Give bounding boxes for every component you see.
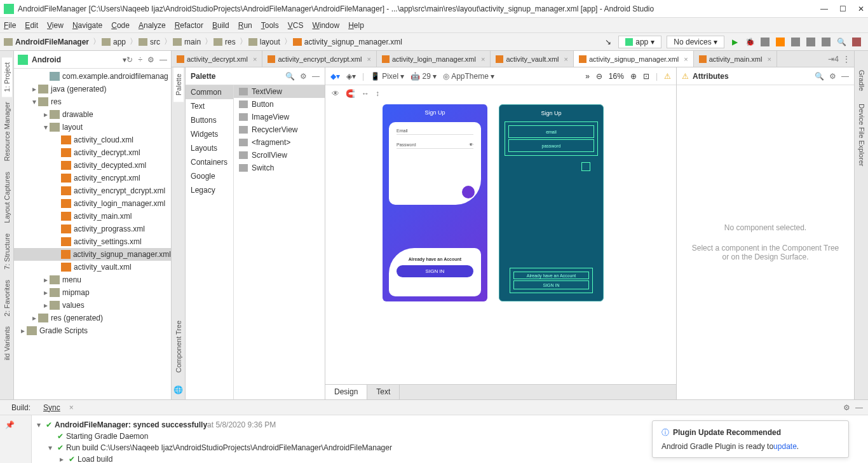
close-icon[interactable]: ×	[684, 55, 688, 63]
more-tabs-icon[interactable]: ⇥4	[828, 55, 839, 64]
hide-icon[interactable]: —	[159, 55, 167, 64]
tab-design[interactable]: Design	[325, 385, 367, 399]
zoom-in-button[interactable]: ⊕	[630, 72, 637, 81]
palette-cat-common[interactable]: Common	[186, 85, 233, 99]
magnet-icon[interactable]: 🧲	[346, 89, 355, 98]
sdk-manager-icon[interactable]	[820, 36, 832, 48]
breadcrumb-item[interactable]: app	[102, 38, 126, 46]
more-icon[interactable]: »	[585, 72, 590, 81]
palette-cat-google[interactable]: Google	[186, 169, 233, 183]
device-selector[interactable]: 📱 Pixel ▾	[370, 72, 404, 81]
search-icon[interactable]: 🔍	[285, 72, 295, 81]
globe-icon[interactable]: 🌐	[173, 385, 183, 394]
avd-manager-icon[interactable]	[804, 36, 817, 48]
tree-item[interactable]: activity_encrypt.xml	[14, 172, 171, 184]
hide-icon[interactable]: —	[312, 72, 320, 81]
sync-icon[interactable]: ↻	[126, 55, 133, 64]
eye-icon[interactable]: 👁	[332, 89, 339, 98]
file-tab[interactable]: activity_signup_manager.xml×	[574, 51, 694, 67]
palette-item[interactable]: TextView	[234, 85, 325, 98]
left-tab-1-project[interactable]: 1: Project	[2, 57, 12, 97]
tree-item[interactable]: ▸java (generated)	[14, 83, 171, 95]
minimize-button[interactable]: —	[820, 4, 828, 13]
left-tab-ild-variants[interactable]: ild Variants	[2, 321, 12, 366]
zoom-out-button[interactable]: ⊖	[596, 72, 602, 81]
palette-tab[interactable]: Palette	[173, 67, 184, 102]
tree-item[interactable]: ▸menu	[14, 273, 171, 286]
menu-navigate[interactable]: Navigate	[72, 21, 102, 30]
design-preview[interactable]: Sign Up Email Password👁 Already have an …	[383, 104, 487, 301]
menu-view[interactable]: View	[47, 21, 64, 30]
component-tree-tab[interactable]: Component Tree	[173, 314, 184, 379]
tree-item[interactable]: activity_encrypt_dcrypt.xml	[14, 184, 171, 197]
tree-caret-icon[interactable]: ▾	[31, 97, 38, 106]
file-tab[interactable]: activity_vault.xml×	[491, 51, 574, 67]
close-icon[interactable]: ×	[564, 55, 568, 63]
run-button[interactable]: ▶	[728, 36, 741, 48]
warning-icon[interactable]: ⚠	[664, 72, 671, 81]
update-link[interactable]: update	[773, 442, 797, 451]
tree-caret-icon[interactable]: ▾	[48, 443, 57, 452]
tree-item[interactable]: ▸Gradle Scripts	[14, 324, 171, 337]
menu-code[interactable]: Code	[111, 21, 130, 30]
breadcrumb-item[interactable]: layout	[248, 38, 280, 46]
warning-icon[interactable]: ⚠	[682, 72, 689, 81]
expand-icon[interactable]: ↕	[376, 89, 379, 98]
file-tab[interactable]: activity_login_manager.xml×	[377, 51, 491, 67]
blueprint-preview[interactable]: Sign Up email password Already have an A…	[499, 104, 604, 301]
theme-selector[interactable]: ◎ AppTheme ▾	[443, 72, 494, 81]
tree-item[interactable]: activity_prograss.xml	[14, 223, 171, 235]
tree-caret-icon[interactable]: ▾	[37, 420, 46, 429]
close-icon[interactable]: ×	[767, 55, 771, 63]
close-icon[interactable]: ×	[481, 55, 485, 63]
close-tab[interactable]: ×	[69, 403, 74, 412]
menu-analyze[interactable]: Analyze	[139, 21, 166, 30]
left-tab-7-structure[interactable]: 7: Structure	[2, 228, 12, 275]
file-tab[interactable]: activity_main.xml×	[694, 51, 777, 67]
tree-caret-icon[interactable]: ▸	[42, 110, 50, 119]
tree-caret-icon[interactable]: ▸	[19, 326, 27, 335]
notification-plugin-update[interactable]: ⓘPlugin Update Recommended Android Gradl…	[652, 420, 849, 458]
file-tab[interactable]: activity_encrypt_dcrypt.xml×	[262, 51, 376, 67]
breadcrumb-item[interactable]: res	[214, 38, 236, 46]
menu-tools[interactable]: Tools	[261, 21, 279, 30]
project-view-selector[interactable]: Android	[32, 55, 120, 64]
palette-item[interactable]: ImageView	[234, 111, 325, 123]
menu-window[interactable]: Window	[312, 21, 339, 30]
tree-item[interactable]: ▾layout	[14, 121, 171, 134]
device-selector[interactable]: No devices ▾	[667, 36, 724, 48]
sync-tab[interactable]: Sync	[37, 402, 67, 413]
maximize-button[interactable]: ☐	[839, 4, 846, 13]
palette-cat-layouts[interactable]: Layouts	[186, 141, 233, 155]
search-icon[interactable]: 🔍	[815, 72, 824, 81]
tree-caret-icon[interactable]: ▸	[60, 455, 69, 463]
hide-icon[interactable]: —	[855, 403, 863, 412]
search-icon[interactable]: 🔍	[835, 36, 848, 48]
tab-options-icon[interactable]: ⋮	[843, 55, 850, 64]
tree-item[interactable]: activity_decrypt.xml	[14, 146, 171, 159]
left-tab-resource-manager[interactable]: Resource Manager	[2, 97, 12, 167]
tree-caret-icon[interactable]: ▸	[42, 301, 50, 310]
palette-item[interactable]: <fragment>	[234, 136, 325, 149]
divide-icon[interactable]: ÷	[138, 55, 142, 64]
profile-button[interactable]	[759, 36, 771, 48]
tree-item[interactable]: activity_cloud.xml	[14, 134, 171, 146]
tree-caret-icon[interactable]: ▾	[42, 123, 50, 132]
tree-item[interactable]: ▸values	[14, 299, 171, 312]
design-canvas[interactable]: 👁 🧲 ↔ ↕ Sign Up Email Password👁	[325, 85, 676, 384]
tree-item[interactable]: ▸res (generated)	[14, 312, 171, 324]
palette-cat-widgets[interactable]: Widgets	[186, 127, 233, 141]
gear-icon[interactable]: ⚙	[843, 403, 850, 412]
palette-item[interactable]: ScrollView	[234, 149, 325, 162]
tree-caret-icon[interactable]: ▸	[31, 85, 38, 93]
close-icon[interactable]: ×	[367, 55, 370, 63]
arrows-icon[interactable]: ↔	[362, 89, 369, 98]
palette-item[interactable]: Switch	[234, 162, 325, 174]
project-tree[interactable]: com.example.androidfilemanag▸java (gener…	[14, 69, 171, 399]
pin-icon[interactable]: 📌	[0, 415, 31, 434]
palette-cat-buttons[interactable]: Buttons	[186, 113, 233, 127]
stop-button[interactable]	[789, 36, 802, 48]
api-selector[interactable]: 🤖 29 ▾	[410, 72, 437, 81]
left-tab-layout-captures[interactable]: Layout Captures	[2, 167, 12, 228]
breadcrumb-item[interactable]: AndroidFileManager	[4, 38, 89, 46]
